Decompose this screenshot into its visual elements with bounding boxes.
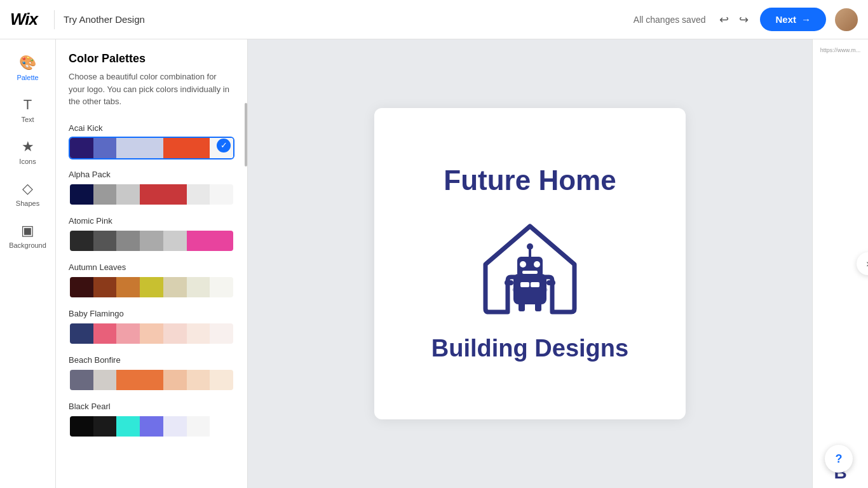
- shapes-icon: ◇: [22, 180, 33, 197]
- color-swatch: [187, 370, 210, 390]
- palette-item-autumn-leaves[interactable]: Autumn Leaves: [69, 262, 234, 299]
- palette-icon: 🎨: [19, 55, 36, 71]
- color-swatch: [140, 370, 163, 390]
- help-button[interactable]: ?: [825, 445, 853, 473]
- color-swatch: [70, 323, 93, 344]
- canvas-area: Future Home: [248, 39, 812, 488]
- color-swatch: [93, 231, 117, 251]
- palette-item-black-pearl[interactable]: Black Pearl: [69, 402, 234, 438]
- text-label: Text: [21, 116, 34, 123]
- palette-item-acai-kick[interactable]: Acai Kick ✓: [69, 123, 234, 159]
- avatar[interactable]: [835, 8, 858, 31]
- color-swatch: [163, 323, 187, 344]
- color-swatch: [93, 416, 117, 437]
- undo-button[interactable]: ↩: [715, 9, 733, 30]
- svg-rect-13: [531, 282, 539, 287]
- svg-rect-3: [505, 280, 513, 285]
- logo-card: Future Home: [374, 108, 686, 419]
- color-swatch: [210, 231, 233, 251]
- svg-point-10: [534, 261, 540, 268]
- sidebar-item-palette[interactable]: 🎨 Palette: [0, 48, 55, 88]
- color-swatch: [187, 416, 210, 437]
- palette-item-alpha-pack[interactable]: Alpha Pack: [69, 170, 234, 206]
- background-label: Background: [9, 241, 46, 249]
- palette-swatches: [69, 369, 234, 391]
- color-swatch: [187, 138, 210, 158]
- undo-redo-group: ↩ ↪: [715, 9, 752, 30]
- color-swatch: [116, 370, 140, 390]
- color-swatch: [70, 231, 93, 251]
- color-swatch: [116, 416, 140, 437]
- color-swatch: [140, 277, 163, 297]
- color-swatch: [116, 231, 140, 251]
- color-swatch: [70, 370, 93, 390]
- right-preview-panel: https://www.m... › B: [812, 39, 868, 488]
- wix-logo: Wix: [10, 10, 37, 29]
- palette-item-atomic-pink[interactable]: Atomic Pink: [69, 216, 234, 252]
- color-swatch: [163, 277, 187, 297]
- logo-icon: [466, 207, 593, 324]
- palette-name: Acai Kick: [69, 123, 234, 133]
- color-swatch: [140, 416, 163, 437]
- panel-description: Choose a beautiful color combination for…: [69, 71, 234, 108]
- color-swatch: [116, 323, 140, 344]
- palette-swatches: [69, 415, 234, 438]
- color-swatch: [93, 323, 117, 344]
- shapes-label: Shapes: [16, 200, 39, 207]
- color-swatch: [140, 323, 163, 344]
- svg-point-8: [527, 243, 533, 250]
- color-swatch: [70, 184, 93, 205]
- header: Wix Try Another Design All changes saved…: [0, 0, 868, 39]
- color-palette-panel: Color Palettes Choose a beautiful color …: [56, 39, 248, 488]
- palette-swatches: [69, 276, 234, 299]
- color-swatch: [93, 138, 117, 158]
- color-swatch: [93, 184, 117, 205]
- svg-point-9: [520, 261, 526, 268]
- svg-rect-12: [520, 282, 529, 287]
- next-button[interactable]: Next →: [760, 8, 826, 31]
- header-divider: [54, 10, 55, 29]
- color-swatch: [140, 231, 163, 251]
- color-swatch: [210, 277, 233, 297]
- icons-label: Icons: [19, 158, 36, 165]
- next-arrow-icon: →: [801, 14, 811, 25]
- color-swatch: [187, 184, 210, 205]
- panel-title: Color Palettes: [69, 52, 234, 65]
- color-swatch: [116, 277, 140, 297]
- palette-swatches: [69, 183, 234, 206]
- color-swatch: [140, 184, 163, 205]
- sidebar-item-icons[interactable]: ★ Icons: [0, 132, 55, 172]
- palette-swatches: [69, 322, 234, 345]
- color-swatch: [187, 323, 210, 344]
- palette-name: Baby Flamingo: [69, 309, 234, 318]
- logo-line1: Future Home: [444, 165, 616, 196]
- preview-url: https://www.m...: [817, 44, 865, 56]
- palette-name: Beach Bonfire: [69, 355, 234, 365]
- color-swatch: [163, 370, 187, 390]
- color-swatch: [210, 184, 233, 205]
- text-icon: T: [24, 97, 32, 113]
- color-swatch: [187, 231, 210, 251]
- color-swatch: [210, 323, 233, 344]
- color-swatch: [70, 416, 93, 437]
- sidebar-item-background[interactable]: ▣ Background: [0, 216, 55, 255]
- color-swatch: [93, 277, 117, 297]
- color-swatch: [163, 138, 187, 158]
- palette-item-baby-flamingo[interactable]: Baby Flamingo: [69, 309, 234, 345]
- redo-button[interactable]: ↪: [735, 9, 752, 30]
- sidebar-item-text[interactable]: T Text: [0, 90, 55, 130]
- palette-item-beach-bonfire[interactable]: Beach Bonfire: [69, 355, 234, 391]
- color-swatch: [93, 370, 117, 390]
- color-swatch: [70, 277, 93, 297]
- palette-list: Acai Kick ✓ Alpha Pack Atomic Pink Autum…: [56, 113, 247, 489]
- palette-label: Palette: [17, 74, 38, 81]
- sidebar-item-shapes[interactable]: ◇ Shapes: [0, 174, 55, 214]
- selected-checkmark: ✓: [217, 139, 231, 152]
- main-layout: 🎨 Palette T Text ★ Icons ◇ Shapes ▣ Back…: [0, 39, 868, 488]
- color-swatch: [210, 416, 233, 437]
- color-swatch: [116, 138, 140, 158]
- palette-swatches: [69, 137, 234, 159]
- logo-line2: Building Designs: [431, 336, 628, 362]
- panel-header: Color Palettes Choose a beautiful color …: [56, 39, 247, 113]
- chevron-right-icon[interactable]: ›: [857, 252, 868, 275]
